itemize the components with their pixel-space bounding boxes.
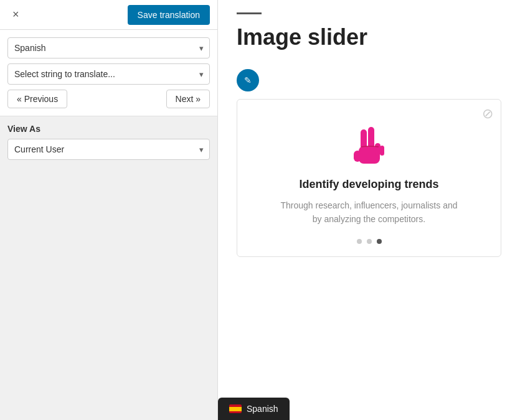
- svg-rect-4: [375, 143, 381, 156]
- top-bar: × Save translation: [0, 0, 217, 30]
- slider-dots: [250, 239, 488, 244]
- close-icon: ×: [12, 8, 19, 21]
- nav-buttons: « Previous Next »: [7, 90, 210, 108]
- controls-area: Spanish French German Italian Portuguese…: [0, 30, 217, 116]
- language-badge[interactable]: Spanish: [218, 398, 290, 420]
- next-button[interactable]: Next »: [166, 90, 210, 108]
- dot-1: [357, 239, 362, 244]
- slide-title: Identify developing trends: [250, 178, 488, 191]
- next-label: Next »: [176, 94, 201, 104]
- previous-button[interactable]: « Previous: [7, 90, 67, 108]
- save-translation-button[interactable]: Save translation: [128, 5, 210, 25]
- slide-description: Through research, influencers, journalis…: [276, 198, 463, 226]
- page-title: Image slider: [237, 24, 501, 50]
- page-divider: [237, 12, 262, 14]
- svg-rect-5: [380, 146, 384, 156]
- view-as-section: View As Current User Subscriber Administ…: [0, 116, 217, 172]
- language-select-wrapper: Spanish French German Italian Portuguese: [7, 37, 210, 58]
- view-as-select[interactable]: Current User Subscriber Administrator: [7, 139, 210, 160]
- peace-hand-icon: [347, 118, 391, 168]
- slider-container: ⊘ Identify developing trends Through res…: [237, 99, 501, 257]
- close-button[interactable]: ×: [7, 6, 24, 24]
- spanish-flag-icon: [229, 404, 242, 413]
- previous-label: « Previous: [17, 94, 58, 104]
- block-icon: ⊘: [482, 106, 493, 122]
- svg-rect-3: [368, 127, 374, 149]
- language-select[interactable]: Spanish French German Italian Portuguese: [7, 37, 210, 58]
- dot-2: [367, 239, 372, 244]
- right-panel: Image slider ✎ ⊘ Identify developing tre…: [218, 0, 520, 420]
- string-to-translate-select[interactable]: Select string to translate...: [7, 63, 210, 85]
- language-badge-label: Spanish: [247, 404, 278, 414]
- dot-3-active: [377, 239, 382, 244]
- edit-pencil-icon: ✎: [244, 75, 252, 85]
- svg-rect-1: [354, 151, 361, 162]
- save-translation-label: Save translation: [138, 10, 200, 20]
- view-as-label: View As: [7, 124, 210, 134]
- edit-circle-button[interactable]: ✎: [237, 69, 259, 91]
- left-panel: × Save translation Spanish French German…: [0, 0, 218, 420]
- string-select-wrapper: Select string to translate...: [7, 63, 210, 85]
- view-as-select-wrapper: Current User Subscriber Administrator: [7, 139, 210, 160]
